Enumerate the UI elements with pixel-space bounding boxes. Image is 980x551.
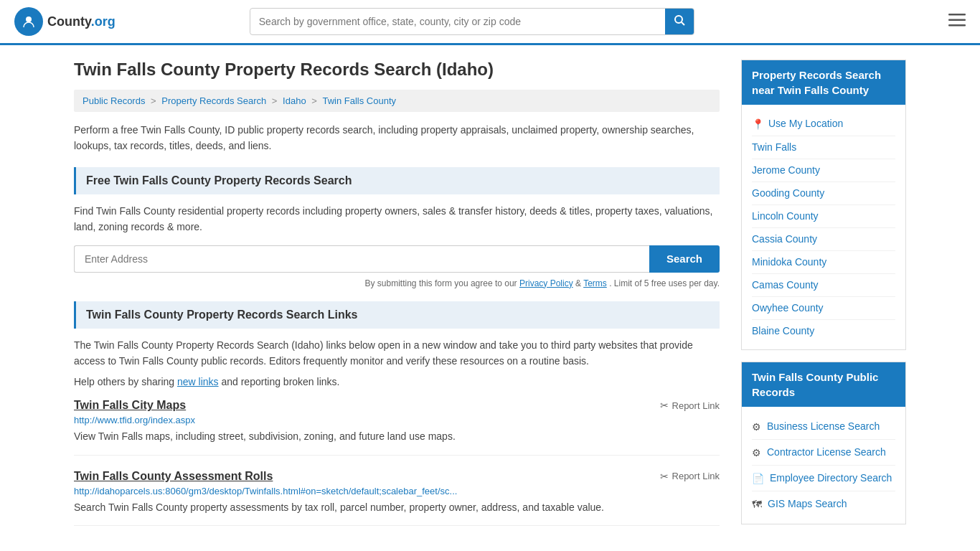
sidebar-county-camas: Camas County <box>752 274 895 297</box>
gis-maps-icon: 🗺 <box>752 499 762 510</box>
svg-rect-6 <box>948 24 966 27</box>
header-search-input[interactable] <box>250 10 665 33</box>
nearby-counties-box: Property Records Search near Twin Falls … <box>741 60 906 350</box>
public-records-content: ⚙ Business License Search ⚙ Contractor L… <box>742 407 905 524</box>
record-link-item: Twin Falls City Maps ✂ Report Link http:… <box>74 399 720 455</box>
record-link-title-2[interactable]: Twin Falls County Assessment Rolls <box>74 470 273 483</box>
svg-rect-4 <box>948 14 966 16</box>
svg-point-2 <box>675 16 682 23</box>
sidebar-county-owyhee: Owyhee County <box>752 297 895 320</box>
record-link-item-2: Twin Falls County Assessment Rolls ✂ Rep… <box>74 470 720 526</box>
county-link-gooding[interactable]: Gooding County <box>752 187 824 199</box>
contractor-license-icon: ⚙ <box>752 447 761 458</box>
main-layout: Twin Falls County Property Records Searc… <box>60 45 920 551</box>
public-link-gis-maps: 🗺 GIS Maps Search <box>752 491 895 517</box>
privacy-policy-link[interactable]: Privacy Policy <box>519 278 573 288</box>
sidebar-county-lincoln: Lincoln County <box>752 205 895 228</box>
links-section-header: Twin Falls County Property Records Searc… <box>74 301 720 329</box>
new-links-link[interactable]: new links <box>177 376 219 387</box>
employee-directory-link[interactable]: Employee Directory Search <box>770 471 892 486</box>
report-link-btn-1[interactable]: ✂ Report Link <box>660 400 720 411</box>
links-section: Twin Falls City Maps ✂ Report Link http:… <box>74 399 720 526</box>
business-license-icon: ⚙ <box>752 421 761 433</box>
county-link-lincoln[interactable]: Lincoln County <box>752 210 819 222</box>
report-icon-1: ✂ <box>660 400 669 411</box>
report-icon-2: ✂ <box>660 471 669 482</box>
free-section-header: Free Twin Falls County Property Records … <box>74 167 720 194</box>
record-url-2[interactable]: http://idahoparcels.us:8060/gm3/desktop/… <box>74 486 720 496</box>
county-link-minidoka[interactable]: Minidoka County <box>752 256 826 268</box>
county-link-camas[interactable]: Camas County <box>752 279 819 291</box>
county-link-twin-falls[interactable]: Twin Falls <box>752 141 796 153</box>
record-desc-2: Search Twin Falls County property assess… <box>74 499 720 515</box>
county-link-blaine[interactable]: Blaine County <box>752 325 814 336</box>
address-input[interactable] <box>74 245 649 273</box>
logo-text: County.org <box>47 14 116 29</box>
header-search-button[interactable] <box>665 9 694 34</box>
nearby-counties-title: Property Records Search near Twin Falls … <box>742 60 905 105</box>
breadcrumb: Public Records > Property Records Search… <box>74 90 720 112</box>
public-records-title: Twin Falls County Public Records <box>742 362 905 407</box>
sidebar: Property Records Search near Twin Falls … <box>741 60 906 540</box>
sidebar-county-minidoka: Minidoka County <box>752 251 895 274</box>
form-terms: By submitting this form you agree to our… <box>74 278 720 288</box>
location-pin-icon: 📍 <box>752 118 764 130</box>
sidebar-county-jerome: Jerome County <box>752 159 895 182</box>
svg-rect-5 <box>948 19 966 22</box>
breadcrumb-property-records-search[interactable]: Property Records Search <box>161 95 266 106</box>
header-search-container <box>250 8 694 35</box>
record-desc-1: View Twin Falls maps, including street, … <box>74 428 720 444</box>
share-text: Help others by sharing new links and rep… <box>74 376 720 387</box>
intro-text: Perform a free Twin Falls County, ID pub… <box>74 122 720 154</box>
logo-icon <box>14 7 43 36</box>
public-link-business-license: ⚙ Business License Search <box>752 414 895 440</box>
svg-line-3 <box>682 22 684 25</box>
sidebar-county-gooding: Gooding County <box>752 182 895 205</box>
sidebar-county-twin-falls: Twin Falls <box>752 136 895 159</box>
sidebar-county-cassia: Cassia County <box>752 228 895 251</box>
employee-directory-icon: 📄 <box>752 473 764 484</box>
use-my-location-item: 📍 Use My Location <box>752 112 895 136</box>
breadcrumb-idaho[interactable]: Idaho <box>283 95 306 106</box>
links-intro: The Twin Falls County Property Records S… <box>74 337 720 369</box>
county-link-owyhee[interactable]: Owyhee County <box>752 302 824 314</box>
address-form: Search <box>74 245 720 273</box>
gis-maps-link[interactable]: GIS Maps Search <box>768 496 847 512</box>
record-url-1[interactable]: http://www.tfid.org/index.aspx <box>74 415 720 425</box>
free-section-desc: Find Twin Falls County residential prope… <box>74 203 720 235</box>
county-link-jerome[interactable]: Jerome County <box>752 164 820 176</box>
search-button[interactable]: Search <box>649 245 720 273</box>
svg-point-1 <box>26 17 32 22</box>
breadcrumb-twin-falls-county[interactable]: Twin Falls County <box>322 95 396 106</box>
use-my-location-link[interactable]: Use My Location <box>768 116 843 131</box>
public-link-contractor-license: ⚙ Contractor License Search <box>752 440 895 466</box>
report-link-btn-2[interactable]: ✂ Report Link <box>660 471 720 482</box>
site-header: County.org <box>0 0 980 45</box>
public-link-employee-directory: 📄 Employee Directory Search <box>752 466 895 491</box>
public-records-box: Twin Falls County Public Records ⚙ Busin… <box>741 362 906 524</box>
business-license-link[interactable]: Business License Search <box>767 419 880 434</box>
logo-link[interactable]: County.org <box>14 7 116 36</box>
menu-icon[interactable] <box>948 12 966 31</box>
record-link-title-1[interactable]: Twin Falls City Maps <box>74 399 186 412</box>
sidebar-county-blaine: Blaine County <box>752 320 895 342</box>
page-title: Twin Falls County Property Records Searc… <box>74 60 720 80</box>
breadcrumb-public-records[interactable]: Public Records <box>83 95 145 106</box>
county-link-cassia[interactable]: Cassia County <box>752 233 817 245</box>
nearby-counties-content: 📍 Use My Location Twin Falls Jerome Coun… <box>742 105 905 349</box>
terms-link[interactable]: Terms <box>583 278 607 288</box>
content-area: Twin Falls County Property Records Searc… <box>74 60 720 540</box>
contractor-license-link[interactable]: Contractor License Search <box>767 445 886 460</box>
